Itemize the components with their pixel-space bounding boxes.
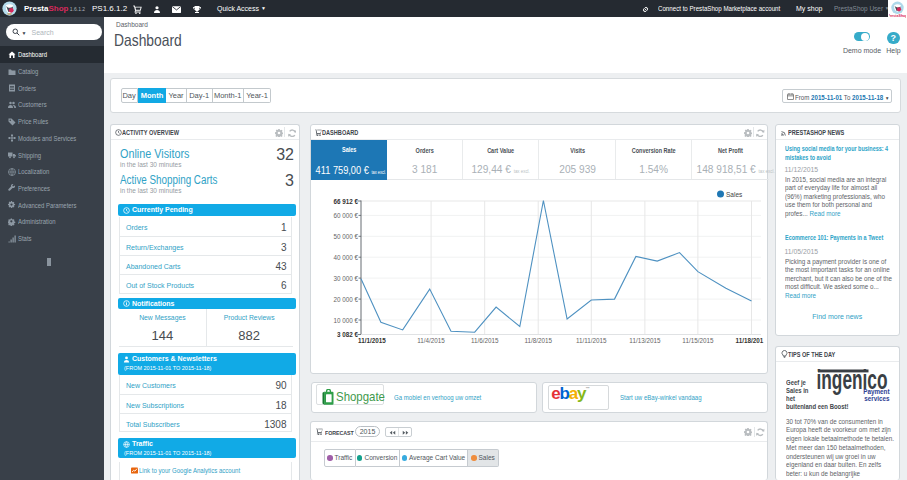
svg-text:11/8/2015: 11/8/2015	[524, 337, 552, 344]
svg-text:11/4/2015: 11/4/2015	[417, 337, 445, 344]
svg-text:11/6/2015: 11/6/2015	[470, 337, 498, 344]
svg-text:PrestaShop: PrestaShop	[889, 14, 906, 18]
svg-text:3 082 €: 3 082 €	[336, 331, 358, 338]
svg-text:66 912 €: 66 912 €	[333, 198, 358, 205]
svg-text:11/13/2015: 11/13/2015	[629, 337, 661, 344]
svg-text:40 000 €: 40 000 €	[333, 254, 358, 261]
svg-text:11/18/201: 11/18/201	[735, 337, 763, 344]
svg-text:Sales: Sales	[726, 191, 743, 198]
svg-text:11/11/2015: 11/11/2015	[576, 337, 607, 344]
svg-text:50 000 €: 50 000 €	[333, 233, 358, 240]
svg-text:10 000 €: 10 000 €	[333, 317, 358, 324]
svg-text:11/1/2015: 11/1/2015	[358, 337, 386, 344]
svg-text:11/15/2015: 11/15/2015	[682, 337, 714, 344]
svg-text:60 000 €: 60 000 €	[333, 212, 358, 219]
svg-text:30 000 €: 30 000 €	[333, 275, 358, 282]
svg-text:20 000 €: 20 000 €	[333, 296, 358, 303]
